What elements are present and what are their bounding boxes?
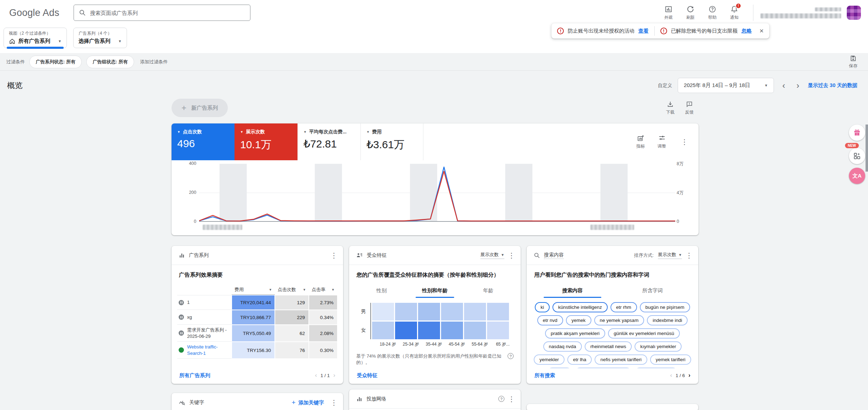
- heatmap-cell[interactable]: [441, 322, 463, 339]
- heatmap-cell[interactable]: [418, 322, 440, 339]
- search-term-chip[interactable]: rheinmetall news: [585, 341, 632, 352]
- heatmap-cell[interactable]: [464, 303, 486, 321]
- search-term-chip[interactable]: kıymalı yemekler: [635, 341, 682, 352]
- close-icon[interactable]: ×: [757, 23, 769, 39]
- heatmap-cell[interactable]: [487, 303, 509, 321]
- filter-chip-adgroup-status[interactable]: 广告组状态: 所有: [86, 56, 134, 68]
- kebab-menu-icon[interactable]: ⋮: [679, 136, 690, 148]
- search-term-chip[interactable]: pratik akşam yemekleri: [545, 328, 605, 339]
- new-campaign-button[interactable]: + 新广告系列: [172, 99, 228, 117]
- heatmap-cell[interactable]: [395, 303, 417, 321]
- table-row[interactable]: xgTRY10,866.772290.34%: [177, 310, 337, 325]
- campaign-name-cell[interactable]: 1: [177, 295, 232, 310]
- kebab-menu-icon[interactable]: ⋮: [506, 250, 517, 261]
- add-keywords-button[interactable]: +添加关键字: [291, 399, 324, 406]
- search-term-chip[interactable]: ki: [535, 302, 550, 312]
- search-input[interactable]: [90, 10, 245, 16]
- page-next-icon[interactable]: ›: [688, 372, 690, 379]
- feedback-button[interactable]: 反馈: [685, 101, 694, 115]
- demographics-metric-select[interactable]: 展示次数▼: [480, 252, 504, 259]
- campaign-name[interactable]: Website traffic-Search-1: [187, 344, 230, 356]
- x-axis-label-blurred-left: [203, 225, 242, 230]
- search-term-chip[interactable]: nefis yemek tarifleri: [595, 354, 647, 365]
- avatar[interactable]: [847, 6, 861, 20]
- adjust-button[interactable]: 调整: [658, 134, 666, 149]
- refresh-button[interactable]: 刷新: [679, 5, 701, 21]
- promotions-gift-button[interactable]: [849, 125, 865, 141]
- metric-tile-clicks[interactable]: ▼点击次数 496: [172, 123, 235, 160]
- page-prev-icon[interactable]: ‹: [670, 372, 672, 379]
- table-row[interactable]: 1TRY20,041.441292.73%: [177, 295, 337, 310]
- metrics-settings-button[interactable]: 指标: [636, 134, 645, 149]
- search-term-chip[interactable]: yemekler: [534, 354, 565, 365]
- tab-search-terms[interactable]: 搜索内容: [532, 284, 613, 298]
- search-term-chip[interactable]: indexbme indi: [647, 315, 688, 325]
- tab-gender[interactable]: 性别: [355, 284, 408, 298]
- heatmap-column-label: 45-54 岁: [445, 341, 468, 347]
- tab-included-words[interactable]: 所含字词: [613, 284, 693, 298]
- search-term-chip[interactable]: ne yemek yapsam: [594, 315, 644, 325]
- search-term-chip[interactable]: etr nvd: [537, 315, 563, 325]
- heatmap-cell[interactable]: [395, 322, 417, 339]
- search-term-chip[interactable]: etr lha: [567, 354, 592, 365]
- demographics-link[interactable]: 受众特征: [357, 372, 377, 379]
- appearance-button[interactable]: 外观: [658, 5, 679, 21]
- help-circle-icon[interactable]: ?: [508, 353, 514, 359]
- search-terms-sort-select[interactable]: 展示次数▼: [658, 252, 682, 259]
- overview-chart-plot[interactable]: [199, 164, 675, 222]
- column-header-cost[interactable]: 费用▼: [232, 285, 275, 295]
- heatmap-cell[interactable]: [487, 322, 509, 339]
- metric-tile-cost[interactable]: ▼费用 ₺3.61万: [360, 123, 423, 160]
- save-button[interactable]: 保存: [849, 55, 857, 69]
- add-filter-button[interactable]: 添加过滤条件: [140, 59, 168, 65]
- search-term-chip[interactable]: yemek tarifleri: [650, 354, 691, 365]
- campaign-selector[interactable]: 广告系列（4 个） 选择广告系列 ▼: [73, 28, 127, 48]
- show-last-30-days-link[interactable]: 显示过去 30 天的数据: [808, 82, 857, 89]
- search-term-chip[interactable]: yemek: [566, 315, 591, 325]
- apps-shortcut-button[interactable]: [849, 148, 865, 164]
- notifications-button[interactable]: ! 通知: [723, 5, 745, 21]
- heatmap-cell[interactable]: [441, 303, 463, 321]
- kebab-menu-icon[interactable]: ⋮: [683, 250, 695, 261]
- view-selector[interactable]: 视图（2 个过滤条件） 所有广告系列 ▼: [4, 28, 67, 48]
- page-prev-icon[interactable]: ‹: [315, 372, 317, 379]
- campaign-name-cell[interactable]: 需求开发广告系列 - 2025-06-29: [177, 325, 232, 342]
- alert-dismiss-link[interactable]: 忽略: [741, 28, 752, 34]
- heatmap-cell[interactable]: [418, 303, 440, 321]
- heatmap-cell[interactable]: [464, 322, 486, 339]
- metric-tile-avg-cpc[interactable]: ▼平均每次点击费... ₺72.81: [297, 123, 360, 160]
- campaign-name-cell[interactable]: Website traffic-Search-1: [177, 342, 232, 359]
- all-campaigns-link[interactable]: 所有广告系列: [179, 372, 210, 379]
- kebab-menu-icon[interactable]: ⋮: [328, 250, 340, 261]
- tab-age[interactable]: 年龄: [462, 284, 515, 298]
- global-search[interactable]: [74, 5, 250, 21]
- scrollbar-thumb[interactable]: [866, 125, 868, 172]
- search-term-chip[interactable]: günlük ev yemekleri menüsü: [608, 328, 680, 339]
- previous-range-button[interactable]: ‹: [780, 81, 788, 90]
- translate-button[interactable]: 文A: [849, 168, 865, 184]
- metric-tile-impressions[interactable]: ▼展示次数 10.1万: [235, 123, 297, 160]
- kebab-menu-icon[interactable]: ⋮: [328, 397, 340, 408]
- all-searches-link[interactable]: 所有搜索: [534, 372, 555, 379]
- next-range-button[interactable]: ›: [794, 81, 802, 90]
- search-term-chip[interactable]: etr rhm: [611, 302, 637, 312]
- kebab-menu-icon[interactable]: ⋮: [506, 393, 517, 405]
- heatmap-cell[interactable]: [372, 303, 394, 321]
- table-row[interactable]: Website traffic-Search-1TRY156.30760.30%: [177, 342, 337, 359]
- download-button[interactable]: 下载: [666, 101, 675, 115]
- date-range-picker[interactable]: 2025年 8月 14日 – 9月 18日 ▼: [678, 78, 774, 93]
- tab-gender-and-age[interactable]: 性别和年龄: [408, 284, 462, 298]
- help-button[interactable]: 帮助: [701, 5, 723, 21]
- table-row[interactable]: 需求开发广告系列 - 2025-06-29TRY5,050.49622.08%: [177, 325, 337, 342]
- alert-view-link[interactable]: 查看: [638, 28, 649, 34]
- heatmap-cell[interactable]: [372, 322, 394, 339]
- filter-chip-campaign-status[interactable]: 广告系列状态: 所有: [29, 56, 82, 68]
- column-header-ctr[interactable]: 点击率▼: [309, 285, 337, 294]
- campaign-name-cell[interactable]: xg: [177, 310, 232, 325]
- search-term-chip[interactable]: bugün ne pişirsem: [640, 302, 690, 312]
- search-term-chip[interactable]: nasdaq nvda: [543, 341, 582, 352]
- page-next-icon[interactable]: ›: [333, 372, 335, 379]
- search-term-chip[interactable]: künstliche intelligenz: [552, 302, 608, 312]
- column-header-clicks[interactable]: 点击次数▼: [275, 285, 309, 294]
- help-circle-icon[interactable]: ?: [498, 396, 504, 402]
